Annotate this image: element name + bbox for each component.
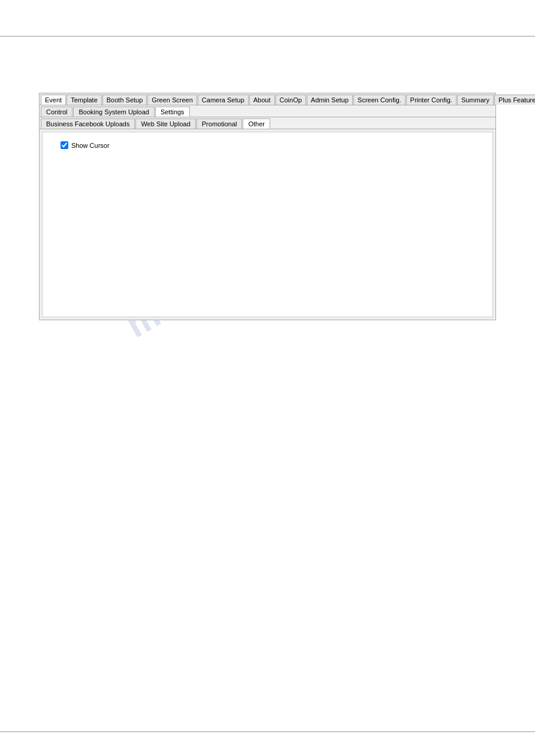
tab-event[interactable]: Event xyxy=(41,95,66,105)
tab-web-site-upload[interactable]: Web Site Upload xyxy=(135,119,195,129)
tab-booth-setup[interactable]: Booth Setup xyxy=(102,95,147,105)
tab-template[interactable]: Template xyxy=(67,95,102,105)
tab-summary[interactable]: Summary xyxy=(457,95,494,105)
tab-about[interactable]: About xyxy=(249,95,275,105)
bottom-border xyxy=(0,731,535,732)
show-cursor-label: Show Cursor xyxy=(71,142,110,149)
top-border xyxy=(0,36,535,37)
tab-control[interactable]: Control xyxy=(41,107,72,117)
tab-admin-setup[interactable]: Admin Setup xyxy=(307,95,353,105)
tab-camera-setup[interactable]: Camera Setup xyxy=(198,95,249,105)
content-area: Show Cursor xyxy=(42,132,493,317)
second-nav: Control Booking System Upload Settings xyxy=(40,105,495,117)
top-nav: Event Template Booth Setup Green Screen … xyxy=(40,93,495,105)
tab-green-screen[interactable]: Green Screen xyxy=(147,95,197,105)
tab-business-facebook-uploads[interactable]: Business Facebook Uploads xyxy=(41,119,135,129)
tab-other[interactable]: Other xyxy=(243,119,270,129)
main-container: Event Template Booth Setup Green Screen … xyxy=(39,93,496,320)
tab-printer-config[interactable]: Printer Config. xyxy=(406,95,457,105)
tab-screen-config[interactable]: Screen Config. xyxy=(353,95,406,105)
show-cursor-row: Show Cursor xyxy=(61,141,486,149)
tab-coinop[interactable]: CoinOp xyxy=(276,95,306,105)
tab-booking-system-upload[interactable]: Booking System Upload xyxy=(73,107,154,117)
show-cursor-checkbox[interactable] xyxy=(61,141,68,149)
tab-settings[interactable]: Settings xyxy=(155,107,190,117)
tab-plus-features[interactable]: Plus Features xyxy=(494,95,535,105)
tab-promotional[interactable]: Promotional xyxy=(197,119,243,129)
third-nav: Business Facebook Uploads Web Site Uploa… xyxy=(40,117,495,129)
